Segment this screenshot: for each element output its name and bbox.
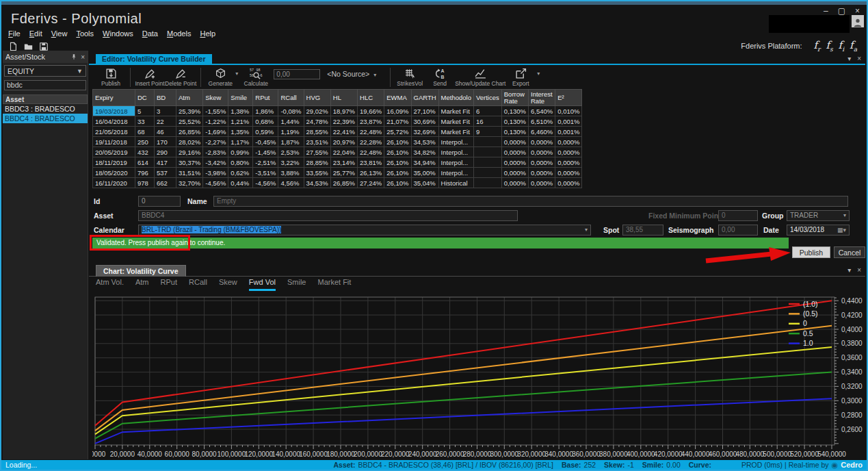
restore-button[interactable]: ▢ <box>838 6 845 16</box>
platform-module-icon[interactable]: fs <box>826 39 832 51</box>
column-header[interactable]: Vertices <box>473 90 501 106</box>
delete-point-button[interactable]: Delete Point <box>165 68 196 87</box>
subtab-market-fit[interactable]: Market Fit <box>317 278 351 291</box>
table-cell[interactable]: 18,97% <box>330 106 357 116</box>
table-cell[interactable]: 33,55% <box>304 168 330 178</box>
table-cell[interactable]: 19/11/2018 <box>93 137 135 147</box>
table-cell[interactable]: 23,81% <box>358 157 384 168</box>
export-button[interactable]: Export <box>505 68 536 87</box>
date-picker[interactable]: 14/03/2018 ▦▾ <box>787 225 850 236</box>
close-button[interactable]: × <box>855 6 860 16</box>
table-cell[interactable]: 0,59% <box>253 127 278 137</box>
table-cell[interactable]: 0,000% <box>501 168 528 178</box>
table-cell[interactable] <box>473 147 501 157</box>
table-cell[interactable]: 0,000% <box>555 168 582 178</box>
table-cell[interactable]: 26,10% <box>384 157 411 168</box>
table-cell[interactable]: -4,56% <box>253 178 278 188</box>
table-cell[interactable]: 22,04% <box>330 147 357 157</box>
table-cell[interactable]: 20,97% <box>330 137 357 147</box>
table-cell[interactable]: Interpol... <box>438 137 473 147</box>
table-cell[interactable]: 9 <box>473 127 501 137</box>
tab-editor-volatility-curve-builder[interactable]: Editor: Volatility Curve Builder <box>96 54 212 65</box>
table-cell[interactable]: 16 <box>473 116 501 127</box>
table-cell[interactable]: 0,80% <box>228 157 253 168</box>
table-cell[interactable]: 5 <box>135 106 155 116</box>
table-cell[interactable] <box>473 168 501 178</box>
table-cell[interactable]: 32,69% <box>411 127 438 137</box>
table-cell[interactable]: -2,83% <box>203 147 228 157</box>
menu-item-view[interactable]: View <box>51 29 68 38</box>
group-select[interactable]: TRADER ▾ <box>787 210 850 221</box>
table-cell[interactable]: 22,41% <box>330 127 357 137</box>
table-cell[interactable]: 0,000% <box>529 137 555 147</box>
subtab-smile[interactable]: Smile <box>287 278 306 291</box>
table-cell[interactable]: 35,00% <box>411 168 438 178</box>
table-cell[interactable]: 0,68% <box>253 116 278 127</box>
fixed-minimum-point-field[interactable]: 0 <box>718 210 758 221</box>
table-cell[interactable]: 29,16% <box>176 147 203 157</box>
calculate-value-input[interactable] <box>274 69 320 79</box>
table-cell[interactable]: 0,000% <box>501 147 528 157</box>
table-cell[interactable]: 24,78% <box>304 116 330 127</box>
table-cell[interactable] <box>473 137 501 147</box>
calendar-select[interactable]: BRL-TRD (Brazil - Trading (BM&FBOVESPA))… <box>138 225 591 236</box>
table-cell[interactable]: 417 <box>155 157 176 168</box>
insert-point-button[interactable]: Insert Point <box>135 68 165 87</box>
pin-icon[interactable] <box>70 53 77 60</box>
table-cell[interactable]: Market Fit <box>438 106 473 116</box>
user-avatar-icon[interactable] <box>852 15 864 27</box>
send-button[interactable]: AB Send <box>425 68 455 87</box>
calculate-button[interactable]: 579856-6 Calculate <box>241 68 271 87</box>
table-cell[interactable]: 23,51% <box>304 137 330 147</box>
table-cell[interactable]: 0,001% <box>555 127 582 137</box>
table-cell[interactable]: 26,10% <box>384 168 411 178</box>
table-cell[interactable]: -3,51% <box>253 168 278 178</box>
asset-list-item[interactable]: BBDC4 : BRADESCO <box>3 114 88 123</box>
table-cell[interactable]: 0,99% <box>228 147 253 157</box>
table-cell[interactable]: 28,02% <box>176 137 203 147</box>
table-cell[interactable]: 27,24% <box>358 178 384 188</box>
table-cell[interactable]: 0,000% <box>555 157 582 168</box>
table-row[interactable]: 16/11/202097866232,70%-4,56%0,44%-4,56%4… <box>93 178 582 188</box>
table-cell[interactable]: 0,000% <box>501 137 528 147</box>
table-cell[interactable]: 6,540% <box>529 106 555 116</box>
table-cell[interactable]: 0,000% <box>501 178 528 188</box>
table-cell[interactable]: Interpol... <box>438 157 473 168</box>
table-cell[interactable]: 33 <box>135 116 155 127</box>
table-cell[interactable] <box>473 178 501 188</box>
table-cell[interactable]: 290 <box>155 147 176 157</box>
table-cell[interactable]: 6 <box>473 106 501 116</box>
table-cell[interactable]: 0,001% <box>555 116 582 127</box>
table-cell[interactable]: 46 <box>155 127 176 137</box>
column-header[interactable]: RPut <box>253 90 278 106</box>
table-cell[interactable]: 22,28% <box>358 137 384 147</box>
column-header[interactable]: E² <box>555 90 582 106</box>
table-cell[interactable]: 16/11/2020 <box>93 178 135 188</box>
minimize-button[interactable]: – <box>824 6 828 16</box>
table-cell[interactable]: Market Fit <box>438 116 473 127</box>
table-cell[interactable]: 21/05/2018 <box>93 127 135 137</box>
table-cell[interactable]: 16,09% <box>384 106 411 116</box>
table-cell[interactable]: 31,51% <box>176 168 203 178</box>
table-cell[interactable]: 1,19% <box>278 127 304 137</box>
menu-item-edit[interactable]: Edit <box>29 29 42 38</box>
menu-item-help[interactable]: Help <box>200 29 215 38</box>
table-cell[interactable]: -4,56% <box>203 178 228 188</box>
table-cell[interactable]: 1,21% <box>228 116 253 127</box>
table-cell[interactable]: 19,66% <box>358 106 384 116</box>
table-cell[interactable]: 2,53% <box>278 147 304 157</box>
table-cell[interactable]: 1,86% <box>253 106 278 116</box>
table-cell[interactable]: 0,000% <box>555 147 582 157</box>
table-cell[interactable]: 0,62% <box>228 168 253 178</box>
generate-dropdown-icon[interactable]: ▾ <box>235 71 238 77</box>
table-cell[interactable]: 0,44% <box>228 178 253 188</box>
table-cell[interactable]: 28,85% <box>304 157 330 168</box>
table-cell[interactable]: Interpol... <box>438 168 473 178</box>
table-cell[interactable]: 0,000% <box>529 147 555 157</box>
table-cell[interactable]: 27,55% <box>304 147 330 157</box>
table-cell[interactable] <box>473 157 501 168</box>
chart-panel-menu-icon[interactable]: ▾ <box>847 266 851 274</box>
table-cell[interactable]: 3,22% <box>278 157 304 168</box>
table-cell[interactable]: 32,70% <box>176 178 203 188</box>
table-cell[interactable]: Interpol... <box>438 147 473 157</box>
